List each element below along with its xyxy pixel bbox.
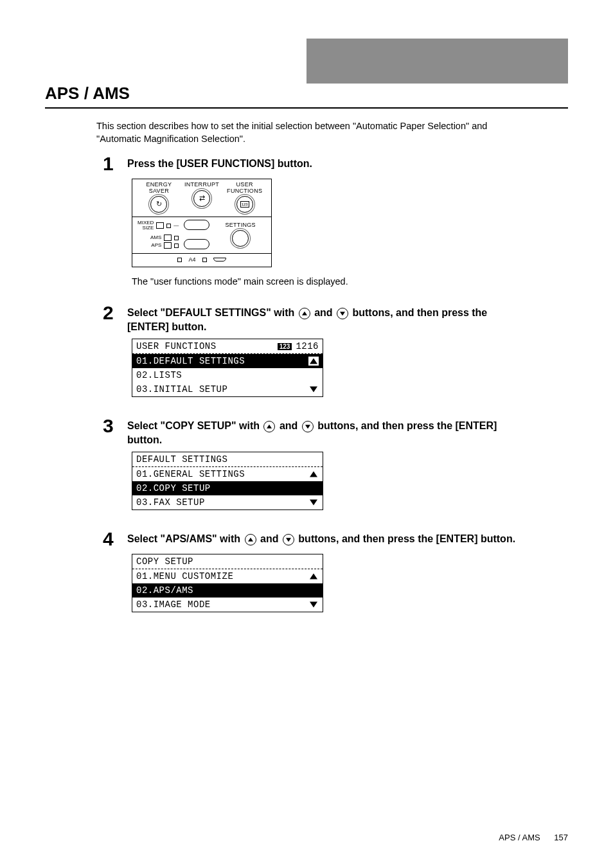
step-2: 2 Select "DEFAULT SETTINGS" with and but…	[103, 303, 568, 333]
paper-size-label: A4	[188, 256, 195, 263]
ams-label: AMS	[150, 235, 161, 240]
user-functions-label: USER FUNCTIONS	[227, 182, 262, 194]
led-indicator	[174, 244, 179, 248]
intro-text: This section describes how to set the in…	[96, 120, 508, 145]
aps-ams-button[interactable]	[184, 239, 209, 249]
scroll-up-icon	[308, 572, 319, 581]
scroll-down-icon	[308, 600, 319, 609]
step-1: 1 Press the [USER FUNCTIONS] button.	[103, 154, 568, 173]
interrupt-label: INTERRUPT	[184, 182, 219, 188]
step-instruction: Select "COPY SETUP" with and buttons, an…	[127, 416, 526, 447]
lcd-item[interactable]: 01.MENU CUSTOMIZE	[136, 571, 233, 581]
lcd-item[interactable]: 03.INITIAL SETUP	[136, 384, 227, 394]
up-icon	[299, 308, 310, 319]
lcd-item[interactable]: 02.COPY SETUP	[136, 483, 211, 493]
settings-button[interactable]	[232, 230, 249, 247]
lcd-item[interactable]: 03.FAX SETUP	[136, 497, 205, 508]
header-band	[45, 39, 568, 84]
page-footer: APS / AMS 157	[499, 833, 568, 842]
aps-label: APS	[151, 243, 161, 248]
led-indicator	[202, 258, 207, 262]
led-indicator	[177, 258, 182, 262]
mixed-size-label: MIXED SIZE	[138, 220, 154, 231]
lcd-item[interactable]: 01.GENERAL SETTINGS	[136, 469, 245, 479]
control-panel-figure: ENERGY SAVER ↻ INTERRUPT ⇄ USER FUNCTION…	[132, 179, 272, 267]
scroll-down-icon	[308, 385, 319, 394]
down-icon	[283, 534, 294, 545]
page-number: 157	[554, 833, 568, 842]
lcd-screen-copy-setup: COPY SETUP 01.MENU CUSTOMIZE 02.APS/AMS …	[132, 554, 323, 612]
energy-saver-label: ENERGY SAVER	[146, 182, 172, 194]
up-icon	[245, 534, 256, 545]
down-icon	[337, 308, 348, 319]
step-instruction: Select "DEFAULT SETTINGS" with and butto…	[127, 303, 526, 333]
step-number: 1	[103, 154, 122, 173]
lcd-item[interactable]: 02.APS/AMS	[136, 585, 193, 596]
scroll-up-icon	[308, 357, 319, 366]
step-number: 3	[103, 416, 122, 436]
up-icon	[263, 421, 275, 432]
lcd-item[interactable]: 02.LISTS	[136, 370, 182, 380]
lcd-title: COPY SETUP	[136, 556, 193, 567]
lcd-screen-user-functions: USER FUNCTIONS 123 1216 01.DEFAULT SETTI…	[132, 339, 323, 397]
step-instruction: Select "APS/AMS" with and buttons, and t…	[127, 529, 515, 546]
tray-icon	[213, 258, 226, 261]
step-number: 2	[103, 303, 122, 323]
lcd-title: USER FUNCTIONS	[136, 341, 217, 351]
aps-icon	[164, 242, 172, 249]
step-number: 4	[103, 529, 122, 549]
mixed-size-icon	[156, 222, 164, 229]
scroll-up-icon	[308, 470, 319, 479]
step-1-note: The "user functions mode" main screen is…	[132, 276, 568, 287]
lcd-item[interactable]: 01.DEFAULT SETTINGS	[136, 356, 245, 366]
led-indicator	[166, 224, 171, 228]
settings-label: SETTINGS	[225, 222, 255, 228]
lcd-screen-default-settings: DEFAULT SETTINGS 01.GENERAL SETTINGS 02.…	[132, 452, 323, 510]
scroll-down-icon	[308, 498, 319, 507]
down-icon	[302, 421, 314, 432]
lcd-title: DEFAULT SETTINGS	[136, 454, 227, 465]
page-title: APS / AMS	[45, 84, 568, 109]
user-functions-button[interactable]: 123	[236, 196, 253, 213]
footer-section: APS / AMS	[499, 833, 540, 842]
step-4: 4 Select "APS/AMS" with and buttons, and…	[103, 529, 568, 549]
led-indicator	[174, 236, 179, 240]
lcd-item[interactable]: 03.IMAGE MODE	[136, 599, 211, 610]
mixed-size-button[interactable]	[184, 220, 209, 230]
mode-icon: 123	[278, 343, 292, 350]
step-instruction: Press the [USER FUNCTIONS] button.	[127, 154, 312, 171]
energy-saver-button[interactable]: ↻	[150, 196, 167, 213]
interrupt-button[interactable]: ⇄	[193, 190, 210, 207]
lcd-clock: 1216	[296, 341, 319, 351]
step-3: 3 Select "COPY SETUP" with and buttons, …	[103, 416, 568, 447]
ams-icon	[164, 235, 172, 241]
